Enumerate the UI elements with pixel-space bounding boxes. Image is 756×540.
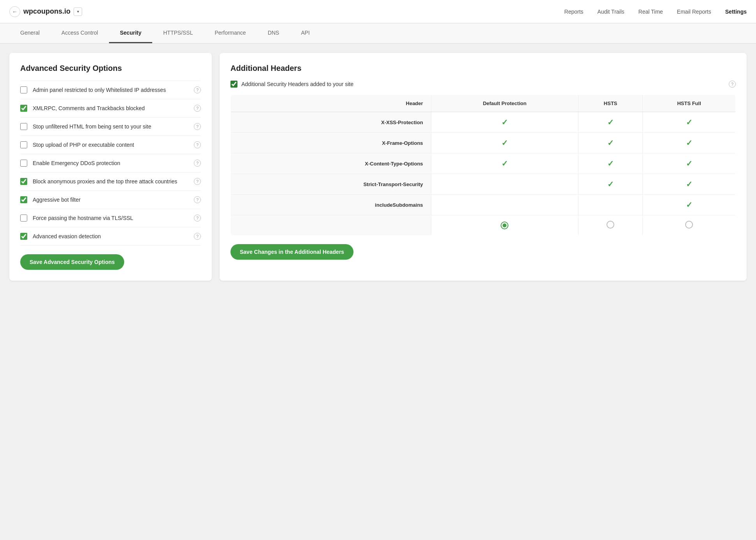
option-checkbox-4[interactable] <box>20 160 27 167</box>
radio-row <box>231 215 736 236</box>
tab-performance[interactable]: Performance <box>204 23 257 43</box>
help-icon[interactable]: ? <box>194 123 201 130</box>
table-cell-2: ✓ <box>643 133 736 153</box>
section-help-icon[interactable]: ? <box>729 81 736 88</box>
options-list: Admin panel restricted to only Whitelist… <box>20 81 201 246</box>
check-icon: ✓ <box>686 118 693 127</box>
option-row: Admin panel restricted to only Whitelist… <box>20 81 201 99</box>
check-icon: ✓ <box>607 159 614 168</box>
table-cell-header: X-XSS-Protection <box>231 112 431 133</box>
option-row: Block anonymous proxies and the top thre… <box>20 172 201 191</box>
option-checkbox-1[interactable] <box>20 105 27 112</box>
save-advanced-security-button[interactable]: Save Advanced Security Options <box>20 254 124 270</box>
section-header-row: Additional Security Headers added to you… <box>230 81 736 88</box>
tab-access-control[interactable]: Access Control <box>51 23 109 43</box>
save-additional-headers-button[interactable]: Save Changes in the Additional Headers <box>230 244 353 260</box>
tab-dns[interactable]: DNS <box>257 23 290 43</box>
check-icon: ✓ <box>501 139 508 147</box>
back-button[interactable]: ← <box>9 6 20 17</box>
table-cell-2: ✓ <box>643 153 736 174</box>
option-checkbox-6[interactable] <box>20 196 27 203</box>
additional-headers-checkbox[interactable] <box>230 81 237 88</box>
table-cell-1: ✓ <box>578 153 643 174</box>
nav-links: Reports Audit Trails Real Time Email Rep… <box>564 9 747 15</box>
main-content: Advanced Security Options Admin panel re… <box>0 44 756 290</box>
option-checkbox-0[interactable] <box>20 86 27 93</box>
headers-table: Header Default Protection HSTS HSTS Full… <box>230 95 736 236</box>
table-cell-2: ✓ <box>643 195 736 215</box>
help-icon[interactable]: ? <box>194 196 201 203</box>
help-icon[interactable]: ? <box>194 160 201 167</box>
radio-empty-icon[interactable] <box>607 221 614 229</box>
help-icon[interactable]: ? <box>194 178 201 185</box>
help-icon[interactable]: ? <box>194 215 201 222</box>
option-label: Advanced evasion detection <box>33 233 190 239</box>
option-row: Advanced evasion detection? <box>20 227 201 246</box>
check-icon: ✓ <box>607 180 614 188</box>
radio-row-empty <box>231 215 431 236</box>
col-hsts-full: HSTS Full <box>643 95 736 112</box>
option-label: Stop upload of PHP or executable content <box>33 142 190 148</box>
table-cell-0 <box>431 174 578 195</box>
nav-audit-trails[interactable]: Audit Trails <box>598 9 624 15</box>
option-checkbox-2[interactable] <box>20 123 27 130</box>
option-row: XMLRPC, Comments and Trackbacks blocked? <box>20 99 201 118</box>
table-cell-2: ✓ <box>643 174 736 195</box>
check-icon: ✓ <box>686 180 693 188</box>
table-row: X-XSS-Protection✓✓✓ <box>231 112 736 133</box>
option-checkbox-8[interactable] <box>20 233 27 240</box>
option-row: Stop unfiltered HTML from being sent to … <box>20 118 201 136</box>
option-checkbox-3[interactable] <box>20 141 27 148</box>
tab-https-ssl[interactable]: HTTPS/SSL <box>152 23 204 43</box>
nav-reports[interactable]: Reports <box>564 9 584 15</box>
logo-dropdown-button[interactable]: ▾ <box>74 7 82 16</box>
table-body: X-XSS-Protection✓✓✓X-Frame-Options✓✓✓X-C… <box>231 112 736 236</box>
nav-settings[interactable]: Settings <box>725 9 747 15</box>
help-icon[interactable]: ? <box>194 141 201 148</box>
table-cell-0 <box>431 195 578 215</box>
radio-hsts[interactable] <box>578 215 643 236</box>
left-card-title: Advanced Security Options <box>20 64 201 73</box>
check-icon: ✓ <box>686 139 693 147</box>
right-card-title: Additional Headers <box>230 64 736 73</box>
table-cell-header: X-Frame-Options <box>231 133 431 153</box>
help-icon[interactable]: ? <box>194 86 201 93</box>
table-row: X-Content-Type-Options✓✓✓ <box>231 153 736 174</box>
table-row: Strict-Transport-Security✓✓ <box>231 174 736 195</box>
option-checkbox-5[interactable] <box>20 178 27 185</box>
nav-email-reports[interactable]: Email Reports <box>677 9 711 15</box>
option-label: Aggressive bot filter <box>33 197 190 203</box>
tab-api[interactable]: API <box>290 23 321 43</box>
logo-text: wpcoupons.io <box>23 7 70 16</box>
option-label: Force passing the hostname via TLS/SSL <box>33 215 190 221</box>
tab-general[interactable]: General <box>9 23 51 43</box>
nav-real-time[interactable]: Real Time <box>638 9 663 15</box>
check-icon: ✓ <box>607 118 614 127</box>
section-header-label: Additional Security Headers added to you… <box>241 81 725 87</box>
help-icon[interactable]: ? <box>194 105 201 112</box>
radio-default[interactable] <box>431 215 578 236</box>
table-cell-header: X-Content-Type-Options <box>231 153 431 174</box>
top-nav: ← wpcoupons.io ▾ Reports Audit Trails Re… <box>0 0 756 23</box>
option-label: Block anonymous proxies and the top thre… <box>33 178 190 185</box>
radio-filled-icon[interactable] <box>501 222 508 229</box>
table-cell-0: ✓ <box>431 153 578 174</box>
help-icon[interactable]: ? <box>194 233 201 240</box>
option-label: Enable Emergency DDoS protection <box>33 160 190 166</box>
radio-hsts-full[interactable] <box>643 215 736 236</box>
logo-area: ← wpcoupons.io ▾ <box>9 6 82 17</box>
col-header: Header <box>231 95 431 112</box>
check-icon: ✓ <box>686 159 693 168</box>
col-default-protection: Default Protection <box>431 95 578 112</box>
table-cell-header: Strict-Transport-Security <box>231 174 431 195</box>
option-label: Stop unfiltered HTML from being sent to … <box>33 123 190 130</box>
table-row: includeSubdomains✓ <box>231 195 736 215</box>
table-cell-1: ✓ <box>578 133 643 153</box>
option-row: Enable Emergency DDoS protection? <box>20 154 201 172</box>
check-icon: ✓ <box>501 159 508 168</box>
left-card: Advanced Security Options Admin panel re… <box>9 53 212 281</box>
option-checkbox-7[interactable] <box>20 215 27 222</box>
table-cell-0: ✓ <box>431 112 578 133</box>
radio-empty-icon[interactable] <box>685 221 693 229</box>
tab-security[interactable]: Security <box>109 23 152 43</box>
